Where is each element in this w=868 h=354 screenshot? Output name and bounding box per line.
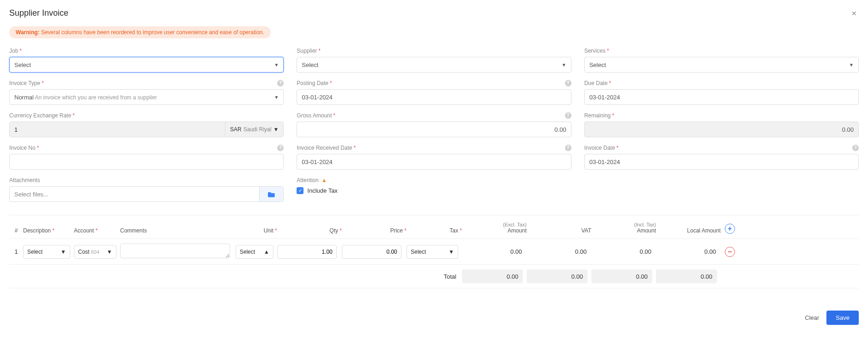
job-label: Job	[9, 48, 18, 54]
invoice-received-date-field: Invoice Received Date* ? 03-01-2024	[297, 145, 571, 170]
attention-label: Attention	[297, 177, 318, 183]
line-items-table: # Description * Account * Comments Unit …	[9, 215, 859, 288]
invoice-date-label: Invoice Date	[584, 145, 615, 151]
row-vat: 0.00	[527, 248, 591, 255]
gross-amount-label: Gross Amount	[297, 112, 332, 119]
close-icon[interactable]: ✕	[850, 10, 859, 17]
attachments-placeholder: Select files...	[10, 187, 259, 201]
currency-rate-label: Currency Exchange Rate	[9, 112, 71, 119]
gross-amount-field: Gross Amount* ? 0.00	[297, 112, 571, 137]
gross-amount-input[interactable]: 0.00	[297, 122, 571, 137]
remaining-label: Remaining	[584, 112, 611, 119]
caret-down-icon: ▼	[274, 62, 279, 67]
caret-down-icon: ▼	[449, 249, 454, 255]
attachments-label: Attachments	[9, 177, 40, 183]
col-unit: Unit *	[236, 227, 277, 234]
warning-text: Several columns have been reordered to i…	[40, 29, 264, 36]
caret-up-icon: ▲	[264, 249, 269, 255]
caret-down-icon: ▼	[61, 249, 66, 255]
include-tax-checkbox[interactable]: ✓	[297, 187, 303, 194]
currency-select[interactable]: SAR Saudi Riyal ▼	[225, 122, 283, 137]
attention-block: Attention ▲ ✓ Include Tax	[297, 177, 571, 202]
total-local-amount: 0.00	[656, 269, 717, 283]
col-qty: Qty *	[277, 227, 342, 234]
remaining-field: Remaining* 0.00	[584, 112, 859, 137]
invoice-type-select[interactable]: Normal An invoice which you are received…	[9, 89, 284, 105]
row-qty-input[interactable]	[277, 245, 337, 259]
due-date-input[interactable]: 03-01-2024	[584, 89, 859, 105]
row-amount: 0.00	[462, 248, 527, 255]
supplier-label: Supplier	[297, 48, 317, 54]
job-select[interactable]: Select ▼	[9, 57, 284, 73]
due-date-label: Due Date	[584, 80, 608, 86]
posting-date-field: Posting Date* ? 03-01-2024	[297, 80, 571, 105]
help-icon[interactable]: ?	[565, 145, 571, 151]
col-comments: Comments	[120, 227, 236, 234]
help-icon[interactable]: ?	[565, 80, 571, 86]
col-price: Price *	[342, 227, 407, 234]
page-title: Supplier Invoice	[9, 8, 68, 18]
caret-down-icon: ▼	[562, 62, 566, 67]
table-row: 1 Select▼ Cost 604▼ Select▲ Select▼ 0.00…	[9, 239, 859, 265]
warning-prefix: Warning:	[16, 29, 40, 36]
col-account: Account *	[74, 227, 120, 234]
row-unit-select[interactable]: Select▲	[236, 245, 273, 259]
col-num: #	[9, 227, 23, 234]
posting-date-label: Posting Date	[297, 80, 328, 86]
col-vat: VAT	[527, 227, 591, 234]
footer-actions: Clear Save	[9, 311, 859, 325]
attachments-field: Attachments Select files...	[9, 177, 284, 202]
total-label: Total	[407, 273, 462, 280]
invoice-type-field: Invoice Type* ? Normal An invoice which …	[9, 80, 284, 105]
total-vat: 0.00	[527, 269, 588, 283]
include-tax-label: Include Tax	[307, 187, 338, 194]
add-row-button[interactable]: +	[725, 224, 735, 234]
col-local-amount: Local Amount	[656, 227, 721, 234]
table-header: # Description * Account * Comments Unit …	[9, 215, 859, 239]
caret-down-icon: ▼	[274, 95, 279, 100]
remaining-input: 0.00	[584, 122, 859, 137]
invoice-no-label: Invoice No	[9, 145, 36, 151]
invoice-type-label: Invoice Type	[9, 80, 40, 86]
col-incl-amount: (Incl. Tax)Amount	[591, 222, 656, 234]
invoice-date-input[interactable]: 03-01-2024	[584, 154, 859, 170]
invoice-no-input[interactable]	[9, 154, 284, 170]
row-local-amount: 0.00	[656, 248, 721, 255]
totals-row: Total 0.00 0.00 0.00 0.00	[9, 265, 859, 288]
services-select[interactable]: Select ▼	[584, 57, 859, 73]
help-icon[interactable]: ?	[852, 145, 859, 151]
total-amount: 0.00	[462, 269, 523, 283]
save-button[interactable]: Save	[826, 311, 859, 325]
col-amount: (Excl. Tax)Amount	[462, 222, 527, 234]
supplier-field: Supplier* Select ▼	[297, 48, 571, 73]
job-field: Job* Select ▼	[9, 48, 284, 73]
row-account-select[interactable]: Cost 604▼	[74, 245, 116, 259]
posting-date-input[interactable]: 03-01-2024	[297, 89, 571, 105]
currency-rate-input[interactable]: 1	[10, 122, 225, 137]
attachments-control[interactable]: Select files...	[9, 186, 284, 202]
col-tax: Tax *	[407, 227, 462, 234]
col-description: Description *	[23, 227, 74, 234]
folder-open-icon[interactable]	[259, 187, 283, 201]
row-incl-amount: 0.00	[591, 248, 656, 255]
warning-banner: Warning: Several columns have been reord…	[9, 26, 271, 38]
help-icon[interactable]: ?	[565, 112, 571, 119]
row-description-select[interactable]: Select▼	[23, 245, 70, 259]
row-price-input[interactable]	[342, 245, 401, 259]
caret-down-icon: ▼	[107, 249, 112, 255]
include-tax-row[interactable]: ✓ Include Tax	[297, 187, 571, 194]
currency-rate-field: Currency Exchange Rate* 1 SAR Saudi Riya…	[9, 112, 284, 137]
delete-row-button[interactable]: −	[725, 247, 735, 257]
clear-button[interactable]: Clear	[805, 314, 819, 321]
total-incl-amount: 0.00	[591, 269, 652, 283]
services-field: Services* Select ▼	[584, 48, 859, 73]
row-number: 1	[9, 248, 23, 255]
row-tax-select[interactable]: Select▼	[407, 245, 458, 259]
warning-icon: ▲	[322, 177, 327, 183]
invoice-no-field: Invoice No* ?	[9, 145, 284, 170]
invoice-received-date-input[interactable]: 03-01-2024	[297, 154, 571, 170]
supplier-select[interactable]: Select ▼	[297, 57, 571, 73]
invoice-date-field: Invoice Date* ? 03-01-2024	[584, 145, 859, 170]
caret-down-icon: ▼	[849, 62, 854, 67]
row-comments-input[interactable]	[120, 244, 230, 258]
